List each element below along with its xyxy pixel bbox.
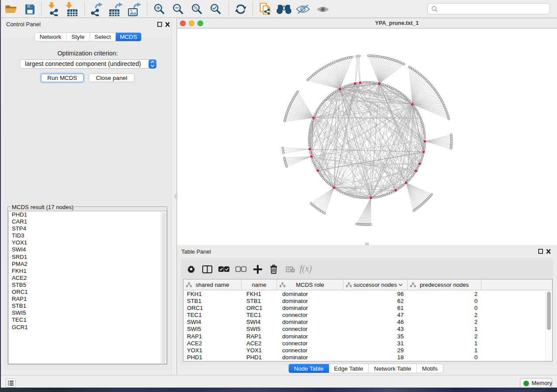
svg-text:f(x): f(x) [300,264,312,274]
